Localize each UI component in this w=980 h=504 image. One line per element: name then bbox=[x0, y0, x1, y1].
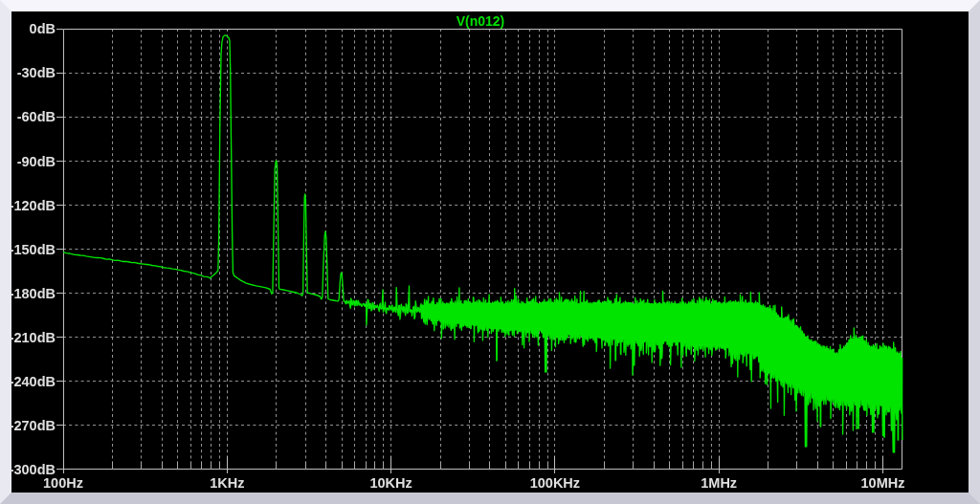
svg-text:-120dB: -120dB bbox=[11, 198, 56, 213]
svg-text:-270dB: -270dB bbox=[11, 418, 56, 433]
svg-text:1MHz: 1MHz bbox=[701, 475, 737, 491]
svg-text:V(n012): V(n012) bbox=[457, 13, 505, 29]
svg-text:-240dB: -240dB bbox=[11, 374, 56, 389]
svg-text:-90dB: -90dB bbox=[17, 154, 56, 169]
svg-text:1KHz: 1KHz bbox=[210, 475, 244, 491]
svg-text:-180dB: -180dB bbox=[11, 286, 56, 301]
svg-text:100Hz: 100Hz bbox=[43, 475, 83, 491]
svg-text:100KHz: 100KHz bbox=[530, 475, 580, 491]
svg-text:0dB: 0dB bbox=[30, 21, 56, 36]
svg-text:10MHz: 10MHz bbox=[861, 475, 905, 491]
svg-text:-210dB: -210dB bbox=[11, 330, 56, 345]
svg-text:-30dB: -30dB bbox=[17, 65, 56, 80]
svg-text:-150dB: -150dB bbox=[11, 242, 56, 257]
svg-text:-60dB: -60dB bbox=[17, 109, 56, 124]
svg-text:10KHz: 10KHz bbox=[369, 475, 412, 491]
